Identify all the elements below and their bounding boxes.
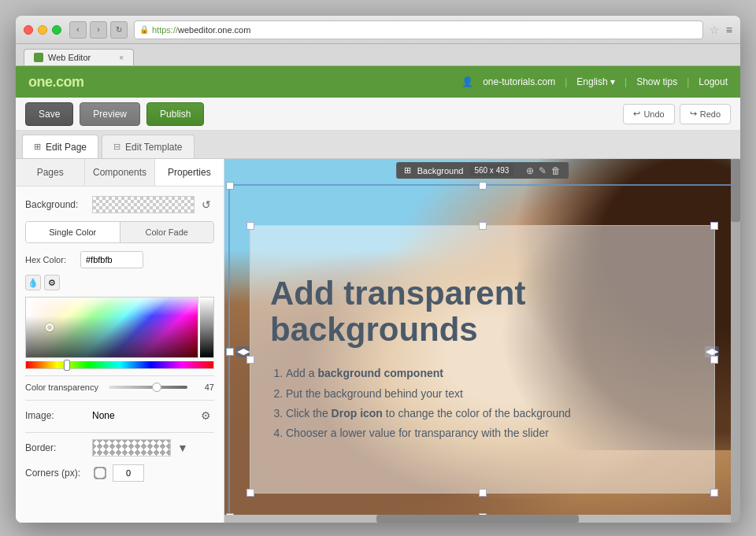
maximize-button[interactable] [52, 25, 61, 35]
corners-input[interactable] [113, 464, 144, 482]
hue-knob[interactable] [64, 360, 70, 371]
bg-link-icon[interactable]: ⊕ [526, 165, 534, 176]
transparency-slider[interactable] [109, 386, 187, 389]
background-value: ↺ ▼ [92, 196, 224, 213]
content-steps-list: Add a background component Put the backg… [270, 364, 695, 443]
transparency-label: Color transparency [25, 383, 104, 392]
vertical-scrollbar-thumb[interactable] [731, 159, 740, 222]
divider-2 [25, 400, 214, 401]
canvas-area: ⊞ Background 560 x 493 ⊕ ✎ 🗑 [224, 159, 740, 523]
tab-bar: Web Editor × [16, 44, 740, 66]
step-4: Chooser a lower value for transparancy w… [286, 423, 695, 443]
edit-page-tab[interactable]: ⊞ Edit Page [22, 135, 98, 158]
undo-icon: ↩ [633, 109, 640, 119]
corners-control [92, 464, 144, 482]
redo-button[interactable]: ↪ Redo [680, 104, 731, 124]
horizontal-scrollbar-thumb[interactable] [376, 515, 579, 523]
bg-edit-icon[interactable]: ✎ [539, 165, 547, 176]
canvas-background: ⊞ Background 560 x 493 ⊕ ✎ 🗑 [224, 159, 740, 523]
app-container: one.com 👤 one-tutorials.com | English ▾ … [16, 66, 740, 523]
single-color-tab[interactable]: Single Color [26, 222, 120, 242]
content-handle-tl[interactable] [246, 222, 254, 230]
hex-color-row: Hex Color: [25, 251, 214, 268]
corners-label: Corners (px): [25, 468, 92, 479]
bg-label-text: Background [417, 166, 464, 176]
border-drop-icon[interactable]: ▼ [174, 439, 191, 457]
bg-size-display: 560 x 493 [469, 164, 513, 176]
forward-button[interactable]: › [90, 21, 107, 39]
background-drop-icon[interactable]: ▼ [218, 196, 224, 213]
panel-tabs: Pages Components Properties [16, 159, 224, 187]
canvas-scroll: ⊞ Background 560 x 493 ⊕ ✎ 🗑 [224, 159, 740, 523]
content-heading: Add transparent backgrounds [270, 275, 695, 348]
browser-tab[interactable]: Web Editor × [24, 49, 134, 65]
preview-button[interactable]: Preview [80, 102, 140, 126]
step-3: Click the Drop icon to change the color … [286, 404, 695, 423]
background-checker[interactable] [92, 196, 195, 213]
show-tips-link[interactable]: Show tips [636, 76, 677, 87]
content-handle-tr[interactable] [710, 222, 718, 230]
edit-template-tab[interactable]: ⊟ Edit Template [102, 135, 195, 158]
undo-button[interactable]: ↩ Undo [623, 104, 674, 124]
handle-ml[interactable] [226, 348, 234, 356]
border-color-swatch[interactable] [92, 439, 171, 457]
bookmark-icon[interactable]: ☆ [710, 24, 720, 36]
content-handle-bm[interactable] [479, 489, 487, 497]
image-settings-icon[interactable]: ⚙ [197, 407, 214, 424]
content-handle-tm[interactable] [479, 222, 487, 230]
arrow-left-handle[interactable]: ◀▶ [236, 346, 250, 357]
color-spectrum-area[interactable] [25, 297, 198, 358]
save-button[interactable]: Save [25, 102, 73, 126]
content-box[interactable]: Add transparent backgrounds Add a backgr… [250, 225, 715, 493]
background-field-row: Background: ↺ ▼ [25, 196, 214, 213]
divider-1 [25, 375, 214, 376]
bg-component-icon: ⊞ [404, 165, 411, 176]
content-handle-br[interactable] [710, 489, 718, 497]
browser-window: ‹ › ↻ 🔒 https://webeditor.one.com ☆ ≡ We… [16, 16, 740, 523]
settings-icon[interactable]: ⚙ [44, 275, 60, 290]
back-button[interactable]: ‹ [69, 21, 87, 39]
close-button[interactable] [24, 25, 33, 35]
redo-icon: ↪ [690, 109, 697, 119]
publish-button[interactable]: Publish [146, 102, 204, 126]
horizontal-scrollbar[interactable] [224, 515, 731, 523]
hue-slider[interactable] [25, 361, 214, 369]
color-cursor [46, 323, 54, 331]
address-bar[interactable]: 🔒 https://webeditor.one.com [134, 20, 703, 39]
hex-input[interactable] [80, 251, 143, 268]
refresh-button[interactable]: ↻ [110, 21, 128, 39]
corners-icon[interactable] [92, 465, 108, 481]
user-link[interactable]: one-tutorials.com [483, 76, 555, 87]
panel-properties-content: Background: ↺ ▼ Single Color Color Fade [16, 187, 224, 499]
panel-tab-properties[interactable]: Properties [155, 159, 224, 186]
language-selector[interactable]: English ▾ [576, 76, 615, 87]
image-label: Image: [25, 410, 92, 421]
hex-label: Hex Color: [25, 255, 80, 264]
color-gradient-display [26, 298, 198, 358]
header-right: 👤 one-tutorials.com | English ▾ | Show t… [461, 76, 728, 87]
image-none-text: None [92, 410, 115, 421]
grey-column[interactable] [200, 297, 214, 358]
tab-favicon [34, 53, 43, 62]
separator-3: | [687, 76, 689, 87]
logo-text: one.com [28, 74, 84, 90]
logout-link[interactable]: Logout [699, 76, 728, 87]
divider-3 [25, 432, 214, 433]
corners-row: Corners (px): [25, 464, 214, 482]
browser-menu-icon[interactable]: ≡ [726, 24, 732, 36]
image-value: None ⚙ [92, 407, 214, 424]
bg-delete-icon[interactable]: 🗑 [551, 165, 561, 176]
background-reset-icon[interactable]: ↺ [198, 196, 215, 213]
vertical-scrollbar[interactable] [731, 159, 740, 523]
panel-tab-pages[interactable]: Pages [16, 159, 85, 186]
color-fade-tab[interactable]: Color Fade [120, 222, 214, 242]
content-handle-bl[interactable] [246, 489, 254, 497]
minimize-button[interactable] [38, 25, 47, 35]
eyedropper-icon[interactable]: 💧 [25, 275, 41, 290]
transparency-slider-thumb[interactable] [152, 383, 161, 392]
handle-tl[interactable] [226, 182, 234, 190]
tab-close-button[interactable]: × [119, 54, 124, 62]
ssl-icon: 🔒 [139, 25, 149, 34]
handle-tm[interactable] [479, 182, 487, 190]
panel-tab-components[interactable]: Components [85, 159, 154, 186]
